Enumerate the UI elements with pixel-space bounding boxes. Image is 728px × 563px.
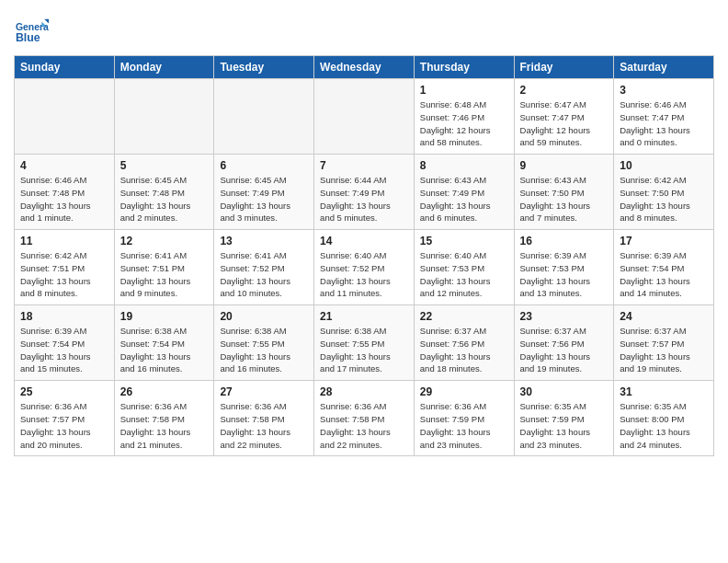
- day-info: Sunrise: 6:37 AM Sunset: 7:56 PM Dayligh…: [520, 325, 609, 375]
- day-info: Sunrise: 6:38 AM Sunset: 7:55 PM Dayligh…: [320, 325, 408, 375]
- calendar-cell: 1Sunrise: 6:48 AM Sunset: 7:46 PM Daylig…: [414, 79, 514, 155]
- week-row-4: 18Sunrise: 6:39 AM Sunset: 7:54 PM Dayli…: [15, 305, 714, 381]
- weekday-header-thursday: Thursday: [414, 56, 514, 79]
- svg-text:Blue: Blue: [16, 31, 40, 44]
- calendar-cell: 8Sunrise: 6:43 AM Sunset: 7:49 PM Daylig…: [414, 155, 514, 230]
- day-number: 8: [420, 159, 508, 172]
- calendar-cell: 21Sunrise: 6:38 AM Sunset: 7:55 PM Dayli…: [314, 305, 415, 381]
- day-number: 10: [620, 159, 708, 172]
- day-number: 26: [120, 385, 209, 398]
- day-number: 20: [220, 310, 308, 323]
- calendar-cell: 22Sunrise: 6:37 AM Sunset: 7:56 PM Dayli…: [414, 305, 514, 381]
- calendar-cell: 7Sunrise: 6:44 AM Sunset: 7:49 PM Daylig…: [314, 155, 415, 230]
- weekday-header-saturday: Saturday: [614, 56, 714, 79]
- day-number: 25: [20, 385, 108, 398]
- calendar-cell: 31Sunrise: 6:35 AM Sunset: 8:00 PM Dayli…: [614, 381, 714, 456]
- calendar-cell: [114, 79, 214, 155]
- weekday-header-monday: Monday: [114, 56, 214, 79]
- day-number: 11: [20, 235, 108, 247]
- calendar-cell: 20Sunrise: 6:38 AM Sunset: 7:55 PM Dayli…: [214, 305, 314, 381]
- day-info: Sunrise: 6:46 AM Sunset: 7:47 PM Dayligh…: [620, 98, 708, 149]
- day-number: 15: [420, 235, 508, 247]
- day-info: Sunrise: 6:36 AM Sunset: 7:57 PM Dayligh…: [20, 400, 108, 451]
- day-number: 31: [620, 385, 708, 398]
- logo: General Blue: [14, 15, 52, 50]
- day-info: Sunrise: 6:36 AM Sunset: 7:59 PM Dayligh…: [420, 400, 508, 451]
- day-info: Sunrise: 6:48 AM Sunset: 7:46 PM Dayligh…: [420, 98, 508, 149]
- calendar-cell: 14Sunrise: 6:40 AM Sunset: 7:52 PM Dayli…: [314, 230, 415, 305]
- calendar-cell: 23Sunrise: 6:37 AM Sunset: 7:56 PM Dayli…: [514, 305, 614, 381]
- calendar-cell: 13Sunrise: 6:41 AM Sunset: 7:52 PM Dayli…: [214, 230, 314, 305]
- calendar-cell: 28Sunrise: 6:36 AM Sunset: 7:58 PM Dayli…: [314, 381, 415, 456]
- day-number: 24: [620, 310, 708, 323]
- calendar-cell: 24Sunrise: 6:37 AM Sunset: 7:57 PM Dayli…: [614, 305, 714, 381]
- day-info: Sunrise: 6:45 AM Sunset: 7:48 PM Dayligh…: [120, 174, 209, 224]
- day-number: 4: [20, 159, 108, 172]
- calendar-cell: 29Sunrise: 6:36 AM Sunset: 7:59 PM Dayli…: [414, 381, 514, 456]
- weekday-header-friday: Friday: [514, 56, 614, 79]
- calendar-cell: 9Sunrise: 6:43 AM Sunset: 7:50 PM Daylig…: [514, 155, 614, 230]
- day-info: Sunrise: 6:47 AM Sunset: 7:47 PM Dayligh…: [520, 98, 609, 149]
- day-info: Sunrise: 6:35 AM Sunset: 7:59 PM Dayligh…: [520, 400, 609, 451]
- weekday-header-wednesday: Wednesday: [314, 56, 415, 79]
- calendar-cell: 27Sunrise: 6:36 AM Sunset: 7:58 PM Dayli…: [214, 381, 314, 456]
- calendar-cell: 6Sunrise: 6:45 AM Sunset: 7:49 PM Daylig…: [214, 155, 314, 230]
- day-info: Sunrise: 6:42 AM Sunset: 7:51 PM Dayligh…: [20, 249, 108, 300]
- calendar-cell: [314, 79, 415, 155]
- day-number: 2: [520, 84, 609, 97]
- day-number: 5: [120, 159, 209, 172]
- day-number: 23: [520, 310, 609, 323]
- day-number: 28: [320, 385, 408, 398]
- day-info: Sunrise: 6:43 AM Sunset: 7:50 PM Dayligh…: [520, 174, 609, 224]
- day-info: Sunrise: 6:42 AM Sunset: 7:50 PM Dayligh…: [620, 174, 708, 224]
- day-number: 30: [520, 385, 609, 398]
- day-number: 22: [420, 310, 508, 323]
- calendar-cell: 19Sunrise: 6:38 AM Sunset: 7:54 PM Dayli…: [114, 305, 214, 381]
- day-number: 17: [620, 235, 708, 247]
- weekday-header-sunday: Sunday: [15, 56, 115, 79]
- day-info: Sunrise: 6:44 AM Sunset: 7:49 PM Dayligh…: [320, 174, 408, 224]
- day-number: 13: [220, 235, 308, 247]
- calendar-cell: 11Sunrise: 6:42 AM Sunset: 7:51 PM Dayli…: [15, 230, 115, 305]
- day-number: 3: [620, 84, 708, 97]
- day-info: Sunrise: 6:40 AM Sunset: 7:52 PM Dayligh…: [320, 249, 408, 300]
- calendar-cell: 18Sunrise: 6:39 AM Sunset: 7:54 PM Dayli…: [15, 305, 115, 381]
- calendar-cell: [214, 79, 314, 155]
- day-info: Sunrise: 6:39 AM Sunset: 7:54 PM Dayligh…: [620, 249, 708, 300]
- week-row-1: 1Sunrise: 6:48 AM Sunset: 7:46 PM Daylig…: [15, 79, 714, 155]
- day-number: 19: [120, 310, 209, 323]
- day-number: 18: [20, 310, 108, 323]
- calendar-cell: [15, 79, 115, 155]
- day-number: 29: [420, 385, 508, 398]
- calendar-cell: 2Sunrise: 6:47 AM Sunset: 7:47 PM Daylig…: [514, 79, 614, 155]
- week-row-3: 11Sunrise: 6:42 AM Sunset: 7:51 PM Dayli…: [15, 230, 714, 305]
- calendar-cell: 5Sunrise: 6:45 AM Sunset: 7:48 PM Daylig…: [114, 155, 214, 230]
- week-row-5: 25Sunrise: 6:36 AM Sunset: 7:57 PM Dayli…: [15, 381, 714, 456]
- calendar-cell: 10Sunrise: 6:42 AM Sunset: 7:50 PM Dayli…: [614, 155, 714, 230]
- week-row-2: 4Sunrise: 6:46 AM Sunset: 7:48 PM Daylig…: [15, 155, 714, 230]
- day-info: Sunrise: 6:40 AM Sunset: 7:53 PM Dayligh…: [420, 249, 508, 300]
- day-info: Sunrise: 6:41 AM Sunset: 7:52 PM Dayligh…: [220, 249, 308, 300]
- day-number: 27: [220, 385, 308, 398]
- day-number: 16: [520, 235, 609, 247]
- calendar-cell: 12Sunrise: 6:41 AM Sunset: 7:51 PM Dayli…: [114, 230, 214, 305]
- calendar-cell: 3Sunrise: 6:46 AM Sunset: 7:47 PM Daylig…: [614, 79, 714, 155]
- day-info: Sunrise: 6:37 AM Sunset: 7:57 PM Dayligh…: [620, 325, 708, 375]
- calendar-cell: 25Sunrise: 6:36 AM Sunset: 7:57 PM Dayli…: [15, 381, 115, 456]
- calendar-cell: 26Sunrise: 6:36 AM Sunset: 7:58 PM Dayli…: [114, 381, 214, 456]
- calendar-table: SundayMondayTuesdayWednesdayThursdayFrid…: [14, 55, 714, 456]
- day-number: 21: [320, 310, 408, 323]
- day-number: 14: [320, 235, 408, 247]
- weekday-header-row: SundayMondayTuesdayWednesdayThursdayFrid…: [15, 56, 714, 79]
- day-info: Sunrise: 6:45 AM Sunset: 7:49 PM Dayligh…: [220, 174, 308, 224]
- day-info: Sunrise: 6:41 AM Sunset: 7:51 PM Dayligh…: [120, 249, 209, 300]
- day-info: Sunrise: 6:43 AM Sunset: 7:49 PM Dayligh…: [420, 174, 508, 224]
- day-number: 6: [220, 159, 308, 172]
- day-info: Sunrise: 6:39 AM Sunset: 7:53 PM Dayligh…: [520, 249, 609, 300]
- day-info: Sunrise: 6:36 AM Sunset: 7:58 PM Dayligh…: [220, 400, 308, 451]
- calendar-cell: 4Sunrise: 6:46 AM Sunset: 7:48 PM Daylig…: [15, 155, 115, 230]
- day-info: Sunrise: 6:36 AM Sunset: 7:58 PM Dayligh…: [320, 400, 408, 451]
- weekday-header-tuesday: Tuesday: [214, 56, 314, 79]
- page-header: General Blue: [14, 9, 714, 50]
- day-number: 9: [520, 159, 609, 172]
